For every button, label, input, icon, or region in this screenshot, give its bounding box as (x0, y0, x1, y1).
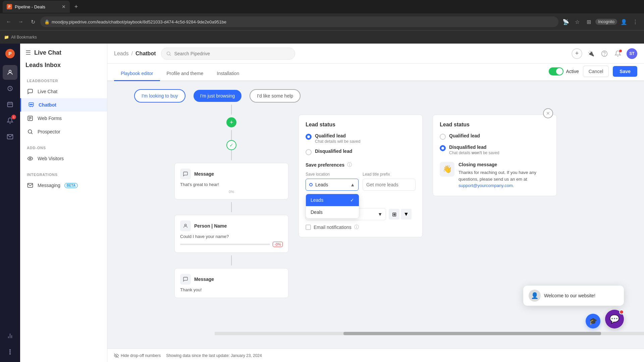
message-card-1-header: Message (180, 169, 283, 179)
add-button[interactable]: + (572, 48, 582, 59)
qualified-radio[interactable] (306, 134, 312, 140)
scrollbar-thumb[interactable] (343, 332, 601, 335)
list-view-btn[interactable]: ▼ (401, 209, 412, 220)
disqualified-lead-option-2[interactable]: Disqualified lead Chat details won't be … (440, 144, 550, 155)
tab-close-btn[interactable]: ✕ (62, 4, 66, 9)
bookmark-star-icon[interactable]: ☆ (573, 17, 582, 26)
closing-title: Closing message (459, 162, 550, 167)
sidebar-item-messaging[interactable]: Messaging BETA (20, 179, 107, 192)
svg-point-27 (604, 55, 605, 55)
add-node-btn-1[interactable]: + (226, 117, 236, 127)
active-toggle: Active (549, 67, 579, 75)
browser-chrome: P Pipeline - Deals ✕ + ← → ↻ 🔒 moodjoy.p… (0, 0, 644, 44)
save-button[interactable]: Save (613, 66, 637, 77)
back-btn[interactable]: ← (4, 17, 13, 26)
email-notifications-label: Email notifications (314, 225, 352, 230)
breadcrumb-parent: Leads (114, 51, 129, 57)
lead-status-panel-1: Lead status Qualified lead Chat details … (299, 115, 423, 237)
sidebar-item-chatbot[interactable]: Chatbot (20, 98, 107, 112)
address-bar[interactable]: 🔒 moodjoy.pipedrive.com/leads/chatbot/pl… (40, 16, 558, 27)
svg-point-25 (167, 52, 170, 55)
grid-view-btn[interactable]: ⊞ (389, 209, 399, 220)
customize-icon[interactable]: ⊞ (584, 17, 593, 26)
browser-nav-bar: ← → ↻ 🔒 moodjoy.pipedrive.com/leads/chat… (0, 13, 644, 30)
disqualified-radio[interactable] (306, 149, 312, 155)
search-bar[interactable] (161, 48, 295, 60)
extension-icon[interactable]: 🔌 (586, 49, 596, 58)
web-forms-icon (27, 115, 34, 122)
chat-widget-message: Welcome to our website! (544, 293, 595, 298)
web-visitors-label: Web Visitors (38, 156, 64, 161)
disqualified-lead-label: Disqualified lead (315, 148, 352, 154)
looking-to-buy-btn[interactable]: I'm looking to buy (134, 89, 185, 103)
notifications-icon[interactable] (613, 49, 623, 58)
sidebar-item-web-forms[interactable]: Web Forms (20, 112, 107, 125)
x-node[interactable]: ✕ (543, 108, 553, 118)
menu-dots-icon[interactable]: ⋮ (631, 17, 640, 26)
negative-progress-badge: -0% (273, 242, 283, 247)
web-forms-label: Web Forms (38, 116, 62, 121)
profile-icon[interactable]: 👤 (619, 17, 629, 26)
integrations-section: INTEGRATIONS Messaging BETA (20, 168, 107, 195)
sidebar-item-web-visitors[interactable]: Web Visitors (20, 152, 107, 165)
email-checkbox-row[interactable]: Email notifications ⓘ (306, 224, 416, 230)
cancel-button[interactable]: Cancel (583, 66, 609, 77)
pipedrive-logo[interactable]: P (3, 46, 17, 61)
sidebar-icon-deals[interactable] (3, 81, 17, 96)
lead-prefix-input[interactable] (363, 179, 416, 191)
leads-option-label: Leads (311, 197, 323, 203)
connector-1 (231, 105, 232, 115)
hide-dropoff-btn[interactable]: Hide drop-off numbers (114, 353, 161, 358)
disqualified-label-text-2: Disqualified lead (449, 144, 499, 150)
qualified-lead-option[interactable]: Qualified lead Chat details will be save… (306, 133, 416, 144)
save-location-col: Save location Leads ▲ (306, 172, 359, 191)
just-browsing-btn[interactable]: I'm just browsing (194, 90, 242, 102)
sidebar-icon-notifications[interactable]: 1 (3, 113, 17, 128)
progress-track (180, 244, 270, 245)
tab-playbook-editor[interactable]: Playbook editor (114, 67, 160, 81)
dropdown-item-deals[interactable]: Deals (306, 206, 359, 218)
disqualified-radio-2[interactable] (440, 145, 446, 151)
save-location-dropdown[interactable]: Leads ▲ (306, 179, 359, 191)
qualified-lead-option-2[interactable]: Qualified lead (440, 133, 550, 140)
cast-icon[interactable]: 📡 (561, 17, 571, 26)
search-input[interactable] (174, 51, 290, 56)
forward-btn[interactable]: → (16, 17, 25, 26)
sidebar-icon-more[interactable] (3, 345, 17, 359)
dropdown-chevron-icon: ▲ (350, 182, 355, 187)
help-float-btn[interactable]: 🎓 (586, 314, 600, 328)
radio-dot-2 (441, 147, 444, 149)
connector-2 (231, 130, 232, 140)
disqualified-lead-option[interactable]: Disqualified lead (306, 148, 416, 155)
user-avatar[interactable]: ST (627, 48, 637, 59)
active-toggle-switch[interactable] (549, 67, 564, 75)
closing-email-link[interactable]: support@yourcompany.com (459, 183, 513, 188)
tab-installation[interactable]: Installation (210, 67, 246, 81)
sidebar-item-live-chat[interactable]: Live Chat (20, 85, 107, 98)
disqualified-desc-2: Chat details won't be saved (449, 150, 499, 155)
help-icon[interactable] (600, 49, 609, 58)
person-icon (180, 221, 191, 231)
sidebar-icon-mail[interactable] (3, 129, 17, 144)
toggle-knob (556, 68, 563, 75)
sidebar-icon-leads[interactable] (3, 65, 17, 80)
dropdown-item-leads[interactable]: Leads ✓ (306, 194, 359, 206)
sidebar-item-prospector[interactable]: Prospector (20, 125, 107, 138)
new-tab-btn[interactable]: + (71, 2, 81, 12)
horizontal-scrollbar[interactable] (215, 332, 644, 335)
sidebar-menu-btn[interactable]: ☰ (25, 49, 31, 56)
sidebar-icon-reports[interactable] (3, 328, 17, 343)
email-checkbox[interactable] (306, 225, 311, 230)
active-browser-tab[interactable]: P Pipeline - Deals ✕ (3, 1, 70, 13)
need-help-btn[interactable]: I'd like some help (250, 89, 301, 103)
qualified-radio-2[interactable] (440, 134, 446, 140)
sidebar-icon-activities[interactable] (3, 97, 17, 112)
tab-profile-theme[interactable]: Profile and theme (160, 67, 210, 81)
save-prefs-title: Save preferences (306, 162, 344, 168)
reload-btn[interactable]: ↻ (28, 17, 38, 26)
top-bar-actions: + 🔌 ST (572, 48, 637, 59)
lead-status-1-title: Lead status (306, 122, 416, 128)
messaging-label: Messaging (38, 183, 60, 188)
close-node[interactable]: ✕ (543, 108, 553, 118)
check-node-1: ✓ (226, 140, 236, 150)
